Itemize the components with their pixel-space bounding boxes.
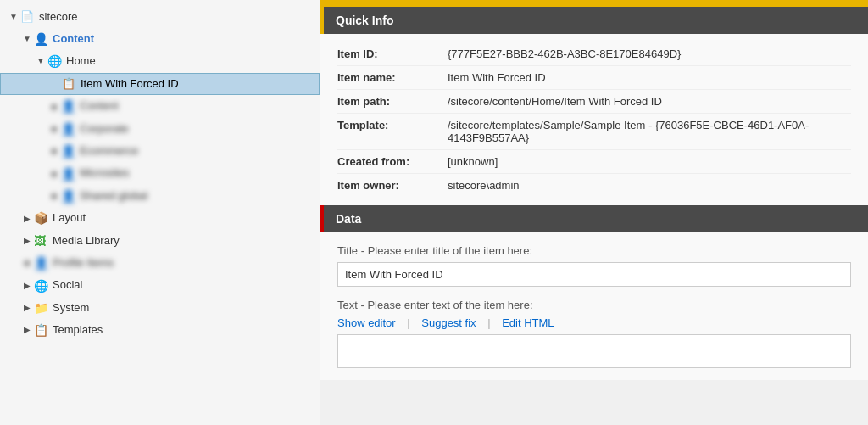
tree-arrow: ▶	[20, 234, 34, 248]
sidebar-item-label: Content	[53, 31, 94, 48]
info-row-item-name: Item name: Item With Forced ID	[337, 66, 851, 90]
suggest-fix-link[interactable]: Suggest fix	[413, 316, 484, 329]
info-row-template: Template: /sitecore/templates/Sample/Sam…	[337, 114, 851, 150]
sidebar-item-social[interactable]: ▶ 🌐 Social	[0, 275, 320, 297]
sidebar-item-home[interactable]: ▼ 🌐 Home	[0, 50, 320, 72]
sidebar-item-label: Content	[80, 98, 119, 115]
profile-icon: 👤	[34, 254, 49, 272]
tree-arrow: ▶	[20, 301, 34, 315]
sidebar-item-label: Corporate	[80, 120, 129, 138]
folder-icon: 👤	[61, 142, 76, 160]
info-value: {777F5E27-BBB2-462B-A3BC-8E170E84649D}	[448, 48, 851, 60]
info-label: Template:	[337, 119, 448, 131]
info-label: Item path:	[337, 95, 448, 108]
sidebar-item-label: Profile Items	[53, 254, 114, 272]
tree-arrow: ◆	[47, 189, 61, 203]
page-icon: 📄	[20, 8, 36, 26]
text-field-area[interactable]	[337, 334, 851, 368]
text-field-label: Text - Please enter text of the item her…	[337, 299, 851, 311]
tree-arrow: ◆	[47, 100, 61, 114]
sidebar-item-label: Microsites	[80, 165, 130, 182]
tree-arrow: ▼	[34, 54, 47, 68]
tree-arrow: ▶	[20, 323, 34, 337]
folder-icon: 👤	[61, 97, 76, 115]
title-field-input[interactable]	[337, 262, 851, 287]
sidebar-item-forced-id[interactable]: 📋 Item With Forced ID	[0, 73, 320, 96]
globe-icon: 🌐	[47, 52, 63, 70]
data-title: Data	[336, 212, 361, 226]
tree-arrow: ▶	[20, 279, 34, 293]
info-value: sitecore\admin	[448, 179, 851, 192]
tree-arrow: ▼	[7, 10, 20, 24]
sidebar-item-ecommerce[interactable]: ◆ 👤 Ecommerce	[0, 140, 320, 162]
sidebar-item-microsites[interactable]: ◆ 👤 Microsites	[0, 163, 320, 185]
sidebar-item-label: Social	[53, 277, 82, 294]
tree-arrow: ◆	[47, 144, 61, 158]
info-row-item-id: Item ID: {777F5E27-BBB2-462B-A3BC-8E170E…	[337, 42, 851, 66]
main-panel: Quick Info Item ID: {777F5E27-BBB2-462B-…	[320, 0, 868, 425]
data-header: Data	[320, 205, 868, 232]
social-icon: 🌐	[34, 277, 49, 295]
tree-arrow: ◆	[20, 256, 34, 270]
info-value: [unknown]	[448, 155, 851, 168]
quick-info-header: Quick Info	[320, 7, 868, 34]
info-row-item-owner: Item owner: sitecore\admin	[337, 174, 851, 197]
layout-icon: 📦	[34, 209, 49, 227]
sidebar-item-profile-items[interactable]: ◆ 👤 Profile Items	[0, 252, 320, 274]
data-section: Title - Please enter title of the item h…	[320, 232, 868, 380]
sidebar: ▼ 📄 sitecore ▼ 👤 Content ▼ 🌐 Home 📋 Item…	[0, 0, 320, 425]
sidebar-item-media-library[interactable]: ▶ 🖼 Media Library	[0, 230, 320, 252]
show-editor-link[interactable]: Show editor	[337, 316, 404, 329]
edit-html-link[interactable]: Edit HTML	[493, 316, 562, 329]
separator: |	[404, 316, 414, 329]
folder-icon: 👤	[61, 165, 76, 183]
templates-icon: 📋	[34, 321, 49, 339]
sidebar-item-content[interactable]: ▼ 👤 Content	[0, 28, 320, 50]
info-label: Item owner:	[337, 179, 448, 192]
tree-arrow: ◆	[47, 122, 61, 136]
quick-info-section: Item ID: {777F5E27-BBB2-462B-A3BC-8E170E…	[320, 34, 868, 205]
text-field-actions: Show editor | Suggest fix | Edit HTML	[337, 316, 851, 329]
item-icon: 📋	[62, 75, 77, 93]
info-value: /sitecore/templates/Sample/Sample Item -…	[448, 119, 851, 144]
top-bar	[320, 0, 868, 7]
sidebar-item-corporate[interactable]: ◆ 👤 Corporate	[0, 118, 320, 140]
sidebar-item-label: Home	[66, 53, 96, 70]
info-label: Created from:	[337, 155, 448, 168]
sidebar-item-label: Ecommerce	[80, 143, 138, 160]
folder-icon: 👤	[61, 187, 76, 205]
sidebar-item-sitecore[interactable]: ▼ 📄 sitecore	[0, 7, 320, 28]
sidebar-item-layout[interactable]: ▶ 📦 Layout	[0, 207, 320, 229]
info-row-item-path: Item path: /sitecore/content/Home/Item W…	[337, 90, 851, 114]
info-row-created-from: Created from: [unknown]	[337, 150, 851, 174]
sidebar-item-label: System	[53, 299, 89, 317]
folder-blue-icon: 👤	[34, 30, 49, 48]
sidebar-item-label: Item With Forced ID	[81, 75, 179, 93]
sidebar-item-label: Layout	[53, 210, 86, 227]
title-field-label: Title - Please enter title of the item h…	[337, 244, 851, 257]
info-value: Item With Forced ID	[448, 71, 851, 84]
system-icon: 📁	[34, 299, 49, 317]
separator: |	[485, 316, 494, 329]
sidebar-item-label: Shared global	[80, 187, 147, 205]
media-icon: 🖼	[34, 232, 49, 250]
sidebar-item-label: sitecore	[39, 8, 78, 26]
sidebar-item-label: Templates	[53, 322, 103, 339]
sidebar-item-label: Media Library	[53, 232, 120, 250]
folder-icon: 👤	[61, 120, 76, 138]
tree-arrow: ▶	[20, 212, 34, 226]
info-value: /sitecore/content/Home/Item With Forced …	[448, 95, 851, 108]
sidebar-item-shared-global[interactable]: ◆ 👤 Shared global	[0, 185, 320, 207]
info-label: Item name:	[337, 71, 448, 84]
sidebar-item-content2[interactable]: ◆ 👤 Content	[0, 95, 320, 117]
sidebar-item-system[interactable]: ▶ 📁 System	[0, 297, 320, 319]
quick-info-title: Quick Info	[336, 14, 393, 27]
info-label: Item ID:	[337, 48, 448, 60]
sidebar-item-templates[interactable]: ▶ 📋 Templates	[0, 319, 320, 341]
tree-arrow: ▼	[20, 32, 34, 46]
tree-arrow: ◆	[47, 167, 61, 181]
